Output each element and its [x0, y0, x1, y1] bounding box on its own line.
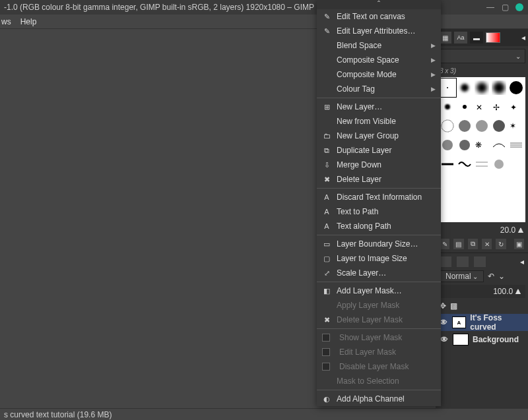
menu-edit-text[interactable]: ✎Edit Text on canvas	[317, 9, 441, 24]
right-dock: ▦ Aa ▬ ◂ ⌄ 3 x 3) ✕ ✢ ✦ ✶ ❋ 20.0 ⯅ ✎	[436, 29, 528, 408]
tab-gradient-icon[interactable]	[486, 32, 500, 43]
new-layer-icon: ⊞	[322, 103, 331, 111]
menu-composite-mode[interactable]: Composite Mode▶	[317, 67, 441, 82]
brush-preset[interactable]	[440, 136, 456, 154]
delete-icon: ✖	[322, 175, 331, 184]
layer-panel-menu-icon[interactable]: ◂	[520, 257, 524, 266]
brush-preset[interactable]	[440, 78, 456, 97]
menu-separator	[317, 188, 441, 189]
menu-help[interactable]: Help	[20, 17, 37, 26]
brush-preset[interactable]	[474, 117, 490, 135]
menu-merge-down[interactable]: ⇩Merge Down	[317, 158, 441, 172]
submenu-arrow-icon: ▶	[431, 71, 436, 78]
window-title: -1.0 (RGB colour 8-bit gamma integer, GI…	[4, 3, 314, 12]
menu-delete-layer[interactable]: ✖Delete Layer	[317, 172, 441, 187]
svg-point-2	[461, 84, 469, 92]
brush-size-spinner[interactable]: 20.0 ⯅	[436, 224, 528, 237]
folder-icon: 🗀	[322, 132, 331, 140]
menu-text-along-path[interactable]: AText along Path	[317, 219, 441, 233]
tab-paths-icon[interactable]	[474, 256, 486, 267]
tab-swatch-icon[interactable]: ▬	[470, 32, 483, 44]
brush-preset[interactable]	[508, 78, 524, 97]
opacity-slider[interactable]: 100.0 ⯅	[438, 285, 525, 298]
svg-point-20	[494, 160, 504, 169]
svg-point-6	[445, 104, 450, 109]
menu-separator	[317, 98, 441, 98]
resize-icon: ▭	[322, 240, 331, 249]
panel-tabs: ▦ Aa ▬ ◂	[436, 29, 528, 46]
menu-duplicate-layer[interactable]: ⧉Duplicate Layer	[317, 143, 441, 158]
brush-preset[interactable]	[457, 136, 473, 154]
menu-mask-to-selection: Mask to Selection	[317, 374, 441, 388]
menu-add-mask[interactable]: ◧Add Layer Mask…	[317, 284, 441, 298]
menu-new-layer-group[interactable]: 🗀New Layer Group	[317, 129, 441, 143]
scale-icon: ⤢	[322, 269, 331, 278]
blend-mode-row: Normal ⌄ ↶ ⌄	[436, 269, 528, 284]
brush-preset[interactable]	[440, 155, 456, 173]
menu-add-alpha[interactable]: ◐Add Alpha Channel	[317, 392, 441, 406]
brush-preset[interactable]	[440, 117, 456, 135]
menu-scale-layer[interactable]: ⤢Scale Layer…	[317, 266, 441, 280]
svg-point-4	[493, 82, 505, 94]
del-brush-icon[interactable]: ✕	[482, 239, 492, 249]
open-as-image-icon[interactable]: ▣	[514, 239, 524, 249]
menu-edit-layer-attrs[interactable]: ✎Edit Layer Attributes…	[317, 24, 441, 38]
menu-separator	[317, 390, 441, 390]
layer-context-menu: ˆ ✎Edit Text on canvas ✎Edit Layer Attri…	[317, 0, 441, 406]
brush-selector-combo[interactable]: ⌄	[438, 49, 525, 63]
minimize-button[interactable]: —	[486, 3, 495, 12]
layer-item[interactable]: 👁 Background	[436, 331, 528, 348]
maximize-button[interactable]: ▢	[500, 3, 510, 12]
menu-delete-mask: ✖Delete Layer Mask	[317, 313, 441, 327]
panel-menu-icon[interactable]: ◂	[521, 33, 525, 42]
brush-preset[interactable]	[457, 117, 473, 135]
brush-preset[interactable]	[474, 78, 490, 97]
brush-preset[interactable]: ❋	[474, 136, 490, 154]
edit-brush-icon[interactable]: ✎	[440, 239, 449, 249]
menu-new-layer[interactable]: ⊞New Layer…	[317, 100, 441, 114]
menu-new-from-visible[interactable]: New from Visible	[317, 114, 441, 129]
brush-preset[interactable]	[457, 98, 473, 116]
brush-preset[interactable]	[457, 78, 473, 97]
blend-mode-select[interactable]: Normal ⌄	[440, 270, 484, 282]
menu-edit-mask: Edit Layer Mask	[317, 345, 441, 359]
svg-point-14	[493, 120, 505, 132]
brush-preset[interactable]	[474, 155, 490, 173]
brush-preset[interactable]: ✢	[490, 98, 507, 116]
brush-preset[interactable]	[490, 78, 507, 97]
mode-reset-icon[interactable]: ↶	[488, 272, 494, 281]
brush-toolbar: ✎ ▤ ⧉ ✕ ↻ ▣	[436, 237, 528, 251]
menu-discard-text[interactable]: ADiscard Text Information	[317, 190, 441, 204]
lock-pixels-icon[interactable]: ▩	[450, 301, 457, 311]
menu-layer-to-image-size[interactable]: ▢Layer to Image Size	[317, 251, 441, 266]
tab-channels-icon[interactable]	[457, 256, 469, 267]
brush-preset[interactable]	[457, 155, 473, 173]
tab-layers-icon[interactable]	[440, 256, 451, 267]
close-button[interactable]	[515, 3, 524, 12]
brush-preset[interactable]	[440, 98, 456, 116]
new-brush-icon[interactable]: ▤	[453, 239, 463, 249]
mode-chevron-icon[interactable]: ⌄	[498, 272, 505, 281]
menu-composite-space[interactable]: Composite Space▶	[317, 53, 441, 67]
brush-preset[interactable]: ✕	[474, 98, 490, 116]
menu-blend-space[interactable]: Blend Space▶	[317, 38, 441, 53]
brush-preset[interactable]	[490, 136, 507, 154]
menu-text-to-path[interactable]: AText to Path	[317, 204, 441, 219]
brush-preset[interactable]	[490, 117, 507, 135]
brush-preset[interactable]: ✶	[508, 117, 524, 135]
menu-colour-tag[interactable]: Colour Tag▶	[317, 82, 441, 96]
layer-visibility-icon[interactable]: 👁	[440, 335, 449, 344]
menu-windows[interactable]: ws	[1, 17, 11, 26]
refresh-brush-icon[interactable]: ↻	[496, 239, 506, 249]
layer-item[interactable]: 👁 A It's Foss curved	[436, 314, 528, 331]
menu-scroll-up-icon[interactable]: ˆ	[317, 0, 441, 9]
menu-separator	[317, 328, 441, 329]
brush-preset[interactable]	[508, 136, 524, 154]
tab-text-icon[interactable]: Aa	[454, 32, 467, 44]
menu-layer-boundary[interactable]: ▭Layer Boundary Size…	[317, 237, 441, 251]
brush-preset[interactable]	[490, 155, 507, 173]
layer-list: 👁 A It's Foss curved 👁 Background	[436, 313, 528, 349]
checkbox-icon	[322, 348, 330, 356]
brush-preset[interactable]: ✦	[508, 98, 524, 116]
dup-brush-icon[interactable]: ⧉	[468, 239, 478, 249]
